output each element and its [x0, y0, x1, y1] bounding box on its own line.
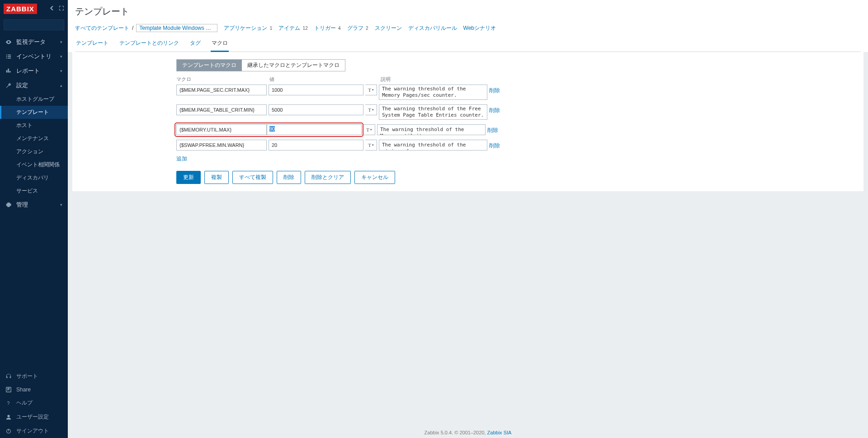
crumb-screens[interactable]: スクリーン [375, 24, 402, 32]
macro-desc-input[interactable]: The warning threshold of the minimum fre… [379, 140, 487, 151]
nav-sub-templates[interactable]: テンプレート [0, 106, 68, 119]
nav-sub-maintenance[interactable]: メンテナンス [0, 132, 68, 145]
fullscreen-icon[interactable] [59, 5, 64, 12]
crumb-current[interactable]: Template Module Windows memo... [136, 24, 217, 32]
clone-button[interactable]: 複製 [204, 171, 229, 184]
crumb-graphs[interactable]: グラフ 2 [347, 24, 368, 32]
nav-sub-hosts[interactable]: ホスト [0, 119, 68, 132]
delete-clear-button[interactable]: 削除とクリア [305, 171, 351, 184]
value-type-button[interactable]: T▾ [365, 85, 377, 95]
tab-template[interactable]: テンプレート [75, 37, 109, 52]
chevron-down-icon: ▾ [60, 40, 62, 44]
macro-value-input[interactable] [267, 124, 362, 135]
breadcrumb: すべてのテンプレート / Template Module Windows mem… [75, 24, 861, 32]
user-icon [5, 414, 12, 420]
add-macro-link[interactable]: 追加 [176, 155, 187, 163]
svg-text:?: ? [7, 400, 10, 405]
nav-support[interactable]: サポート [0, 369, 68, 383]
macro-row: 90T▾The warning threshold of the Memory … [176, 124, 552, 135]
macro-value-input[interactable] [269, 85, 363, 95]
macro-row: T▾The warning threshold of the Free Syst… [176, 104, 552, 120]
tabs: テンプレート テンプレートとのリンク タグ マクロ [75, 37, 861, 52]
eye-icon [5, 39, 12, 45]
nav-administration[interactable]: 管理▾ [0, 198, 68, 212]
nav-sub-discovery[interactable]: ディスカバリ [0, 171, 68, 184]
macro-desc-input[interactable]: The warning threshold of the Memory Page… [379, 85, 487, 100]
value-type-button[interactable]: T▾ [363, 124, 375, 135]
toggle-template-macros[interactable]: テンプレートのマクロ [177, 60, 242, 71]
tab-linked[interactable]: テンプレートとのリンク [118, 37, 180, 52]
macro-value-input[interactable] [269, 104, 363, 115]
tab-macros[interactable]: マクロ [211, 37, 229, 52]
svg-point-4 [7, 414, 9, 417]
wrench-icon [5, 82, 12, 89]
tab-tags[interactable]: タグ [189, 37, 202, 52]
share-icon [5, 386, 12, 393]
chevron-up-icon: ▴ [60, 83, 62, 88]
content: テンプレートのマクロ 継承したマクロとテンプレートマクロ マクロ 値 説明 T▾… [72, 52, 863, 191]
search-box[interactable] [4, 19, 64, 30]
nav-sub-hostgroups[interactable]: ホストグループ [0, 93, 68, 106]
macro-row: T▾The warning threshold of the minimum f… [176, 140, 552, 151]
gear-icon [5, 202, 12, 208]
crumb-all-templates[interactable]: すべてのテンプレート [75, 24, 129, 32]
help-icon: ? [5, 400, 12, 406]
macro-desc-input[interactable]: The warning threshold of the Memory util… [377, 124, 486, 135]
cancel-button[interactable]: キャンセル [354, 171, 395, 184]
power-icon [5, 428, 12, 434]
macro-value-input[interactable] [269, 140, 363, 151]
nav-monitoring[interactable]: 監視データ▾ [0, 35, 68, 49]
value-type-button[interactable]: T▾ [365, 104, 377, 115]
value-type-button[interactable]: T▾ [365, 140, 377, 151]
remove-macro-link[interactable]: 削除 [489, 85, 500, 94]
nav-sub-eventcorr[interactable]: イベント相関関係 [0, 158, 68, 171]
crumb-applications[interactable]: アプリケーション 1 [224, 24, 272, 32]
toggle-inherited-macros[interactable]: 継承したマクロとテンプレートマクロ [242, 60, 345, 71]
remove-macro-link[interactable]: 削除 [487, 124, 498, 134]
macro-row: T▾The warning threshold of the Memory Pa… [176, 85, 552, 100]
crumb-triggers[interactable]: トリガー 4 [314, 24, 341, 32]
page-header: テンプレート すべてのテンプレート / Template Module Wind… [68, 0, 868, 52]
col-headers: マクロ 値 説明 [176, 76, 552, 83]
remove-macro-link[interactable]: 削除 [489, 104, 500, 114]
macro-name-input[interactable] [176, 104, 267, 115]
macro-scope-toggle: テンプレートのマクロ 継承したマクロとテンプレートマクロ [176, 59, 345, 71]
nav-reports[interactable]: レポート▾ [0, 64, 68, 78]
nav-inventory[interactable]: インベントリ▾ [0, 49, 68, 64]
nav-sub-actions[interactable]: アクション [0, 145, 68, 158]
brand-logo[interactable]: ZABBIX [4, 4, 37, 14]
delete-button[interactable]: 削除 [277, 171, 301, 184]
page-title: テンプレート [75, 5, 861, 18]
search-input[interactable] [7, 22, 69, 28]
footer: Zabbix 5.0.4. © 2001–2020, Zabbix SIA [68, 427, 868, 438]
support-icon [5, 373, 12, 380]
nav-sub-services[interactable]: サービス [0, 184, 68, 198]
macro-name-input[interactable] [176, 140, 267, 151]
chevron-down-icon: ▾ [60, 69, 62, 73]
list-icon [5, 53, 12, 60]
nav-signout[interactable]: サインアウト [0, 424, 68, 438]
collapse-icon[interactable] [50, 5, 55, 12]
crumb-items[interactable]: アイテム 12 [278, 24, 307, 32]
update-button[interactable]: 更新 [176, 171, 201, 184]
footer-link[interactable]: Zabbix SIA [487, 430, 512, 435]
sidebar: ZABBIX 監視データ▾ インベントリ▾ レポート▾ 設定▴ ホストグループ [0, 0, 68, 438]
crumb-web[interactable]: Webシナリオ [463, 24, 496, 32]
macro-name-input[interactable] [176, 124, 267, 135]
button-row: 更新 複製 すべて複製 削除 削除とクリア キャンセル [176, 171, 552, 184]
chart-icon [5, 68, 12, 74]
crumb-discovery[interactable]: ディスカバリルール [408, 24, 457, 32]
clone-all-button[interactable]: すべて複製 [232, 171, 273, 184]
chevron-down-icon: ▾ [60, 54, 62, 59]
nav-help[interactable]: ?ヘルプ [0, 396, 68, 410]
remove-macro-link[interactable]: 削除 [489, 140, 500, 150]
chevron-down-icon: ▾ [60, 203, 62, 207]
nav-share[interactable]: Share [0, 383, 68, 396]
macro-name-input[interactable] [176, 85, 267, 95]
nav-user-settings[interactable]: ユーザー設定 [0, 410, 68, 424]
nav-configuration[interactable]: 設定▴ [0, 78, 68, 93]
macro-desc-input[interactable]: The warning threshold of the Free System… [379, 104, 487, 120]
